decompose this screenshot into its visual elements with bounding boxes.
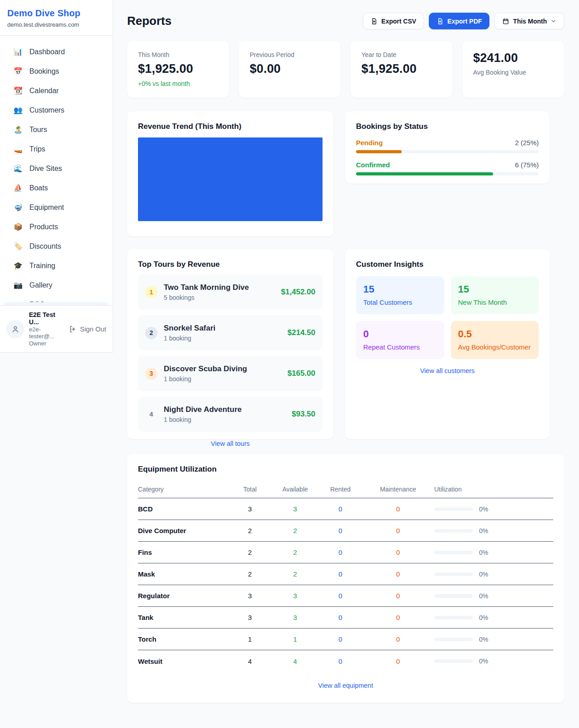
stat-card-year-to-date: Year to Date $1,925.00	[351, 41, 452, 98]
tile-label: Total Customers	[363, 298, 437, 306]
sign-out-button[interactable]: Sign Out	[69, 325, 106, 333]
tour-bookings: 1 booking	[164, 335, 215, 342]
cell-category: Tank	[138, 614, 228, 621]
col-rented: Rented	[319, 486, 362, 493]
status-row-pending: Pending 2 (25%)	[356, 139, 539, 153]
tile-value: 0.5	[458, 328, 532, 340]
sidebar-item-bookings[interactable]: 📅Bookings	[4, 61, 109, 81]
panel-title: Equipment Utilization	[138, 465, 553, 474]
sidebar-item-dashboard[interactable]: 📊Dashboard	[4, 42, 109, 61]
tour-bookings: 1 booking	[164, 416, 242, 423]
cell-maintenance: 0	[362, 548, 434, 556]
cell-utilization: 0%	[434, 614, 553, 621]
cell-total: 1	[228, 635, 271, 643]
avatar	[6, 320, 24, 338]
sidebar-item-dive-sites[interactable]: 🌊Dive Sites	[4, 159, 109, 178]
cell-maintenance: 0	[362, 570, 434, 578]
table-row: BCD 3 3 0 0 0%	[138, 498, 553, 520]
utilization-bar	[434, 572, 473, 576]
page-header: Reports Export CSV Export PDF This Month	[127, 13, 564, 29]
sidebar-item-label: Tours	[29, 126, 47, 134]
stat-label: Avg Booking Value	[473, 69, 553, 76]
progress-track	[356, 150, 539, 153]
view-all-equipment-link[interactable]: View all equipment	[138, 682, 553, 692]
stat-value: $1,925.00	[361, 62, 441, 76]
stat-card-avg-booking-value: $241.00 Avg Booking Value	[462, 41, 564, 98]
revenue-trend-chart	[138, 137, 323, 221]
stat-value: $1,925.00	[138, 62, 218, 76]
utilization-bar	[434, 594, 473, 598]
sidebar-item-customers[interactable]: 👥Customers	[4, 100, 109, 120]
shop-name: Demo Dive Shop	[7, 8, 105, 19]
col-available: Available	[271, 486, 319, 493]
utilization-bar	[434, 638, 473, 641]
cell-total: 4	[228, 657, 271, 665]
cell-total: 3	[228, 592, 271, 600]
view-all-tours-link[interactable]: View all tours	[138, 440, 323, 447]
status-value: 2 (25%)	[515, 139, 539, 147]
sidebar-item-label: Dive Sites	[29, 165, 62, 173]
cell-utilization: 0%	[434, 571, 553, 578]
stat-value: $241.00	[473, 51, 553, 65]
sidebar-item-calendar[interactable]: 📆Calendar	[4, 81, 109, 100]
equipment-utilization-panel: Equipment Utilization Category Total Ava…	[127, 454, 564, 703]
tour-name: Snorkel Safari	[164, 324, 215, 333]
tile-label: Avg Bookings/Customer	[458, 343, 532, 351]
sidebar-item-gallery[interactable]: 📷Gallery	[4, 275, 109, 295]
sidebar-item-boats[interactable]: ⛵Boats	[4, 178, 109, 198]
cell-maintenance: 0	[362, 505, 434, 513]
stat-label: Year to Date	[361, 51, 441, 58]
cell-rented: 0	[319, 635, 362, 643]
utilization-pct: 0%	[479, 657, 488, 665]
table-row: Fins 2 2 0 0 0%	[138, 542, 553, 563]
sidebar-item-discounts[interactable]: 🏷️Discounts	[4, 236, 109, 256]
stat-delta: +0% vs last month	[138, 80, 218, 87]
status-row-confirmed: Confirmed 6 (75%)	[356, 161, 539, 175]
cell-utilization: 0%	[434, 636, 553, 643]
export-csv-button[interactable]: Export CSV	[363, 13, 424, 29]
shop-domain: demo.test.divestreams.com	[7, 21, 105, 28]
sign-out-label: Sign Out	[80, 325, 106, 333]
cell-available: 3	[271, 592, 319, 600]
export-pdf-button[interactable]: Export PDF	[429, 13, 489, 29]
tile-label: Repeat Customers	[363, 343, 437, 351]
table-row: Wetsuit 4 4 0 0 0%	[138, 650, 553, 672]
cell-maintenance: 0	[362, 635, 434, 643]
tile-label: New This Month	[458, 298, 532, 306]
sidebar-item-equipment[interactable]: 🤿Equipment	[4, 198, 109, 217]
page-title: Reports	[127, 14, 171, 28]
dashboard-icon: 📊	[14, 47, 23, 56]
utilization-bar	[434, 659, 473, 663]
header-actions: Export CSV Export PDF This Month	[363, 13, 564, 29]
table-row: Torch 1 1 0 0 0%	[138, 629, 553, 650]
cell-rented: 0	[319, 505, 362, 513]
tour-bookings: 5 bookings	[164, 294, 249, 301]
sidebar: Demo Dive Shop demo.test.divestreams.com…	[0, 0, 113, 353]
bookings-by-status-panel: Bookings by Status Pending 2 (25%) Confi…	[345, 111, 550, 184]
cell-category: Mask	[138, 570, 228, 578]
col-total: Total	[228, 486, 271, 493]
tile-repeat-customers: 0 Repeat Customers	[356, 321, 444, 359]
period-dropdown[interactable]: This Month	[494, 13, 564, 29]
tour-bookings: 1 booking	[164, 375, 247, 383]
tour-name: Discover Scuba Diving	[164, 364, 247, 373]
table-row: Tank 3 3 0 0 0%	[138, 607, 553, 629]
view-all-customers-link[interactable]: View all customers	[356, 367, 539, 374]
sidebar-item-products[interactable]: 📦Products	[4, 217, 109, 236]
customer-insights-panel: Customer Insights 15 Total Customers 15 …	[345, 249, 550, 439]
cell-maintenance: 0	[362, 657, 434, 665]
sidebar-item-trips[interactable]: 🚤Trips	[4, 139, 109, 159]
stat-label: This Month	[138, 51, 218, 58]
sidebar-item-tours[interactable]: 🏝️Tours	[4, 120, 109, 139]
revenue-trend-panel: Revenue Trend (This Month)	[127, 111, 333, 236]
utilization-pct: 0%	[479, 549, 488, 556]
cell-maintenance: 0	[362, 592, 434, 600]
sidebar-item-training[interactable]: 🎓Training	[4, 256, 109, 275]
user-info: E2E Test U... e2e-tester@... Owner	[29, 311, 64, 347]
tile-value: 0	[363, 328, 437, 340]
sidebar-item-active-clipped[interactable]	[4, 302, 109, 305]
cell-available: 2	[271, 548, 319, 556]
sidebar-item-label: Equipment	[29, 203, 64, 212]
rank-badge: 3	[145, 368, 157, 380]
utilization-pct: 0%	[479, 571, 488, 578]
